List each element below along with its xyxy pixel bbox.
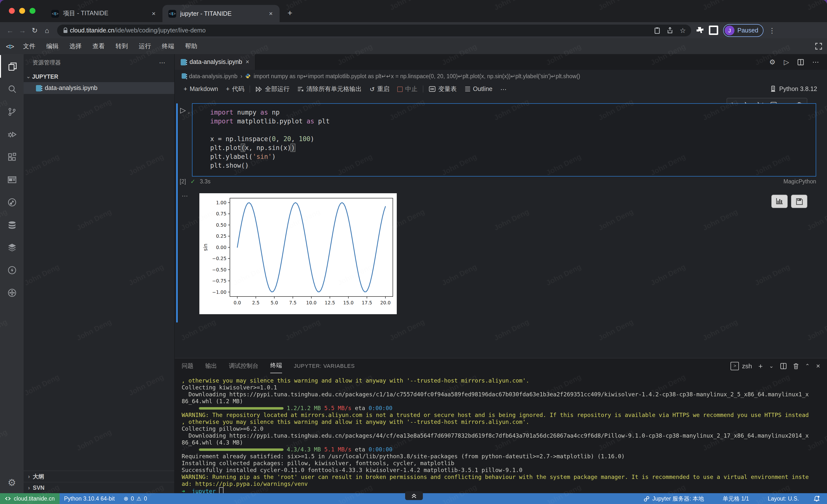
close-panel-icon[interactable]: × — [816, 362, 820, 370]
add-markdown-button[interactable]: + Markdown — [180, 86, 222, 93]
home-icon[interactable]: ⌂ — [41, 26, 53, 34]
close-icon[interactable]: × — [151, 10, 156, 17]
python-version[interactable]: Python 3.10.4 64-bit — [59, 496, 119, 502]
gear-icon[interactable]: ⚙ — [769, 58, 775, 66]
reload-icon[interactable]: ↻ — [29, 26, 41, 34]
activity-docker-layers[interactable] — [0, 236, 23, 259]
sidebar-more-icon[interactable]: ⋯ — [159, 59, 165, 66]
terminal-output[interactable]: , otherwise you may silence this warning… — [175, 373, 827, 493]
tab-jupyter-variables[interactable]: JUPYTER: VARIABLES — [294, 358, 355, 373]
terminal-dropdown-icon[interactable]: ⌄ — [769, 362, 774, 369]
interrupt-button[interactable]: 中止 — [394, 85, 422, 93]
error-icon: ⊗ — [124, 495, 128, 502]
kill-terminal-icon[interactable] — [793, 362, 799, 369]
menu-help[interactable]: 帮助 — [180, 42, 203, 50]
more-actions-icon[interactable]: ⋯ — [812, 58, 819, 66]
output-options-icon[interactable]: ⋯ — [182, 192, 188, 200]
run-all-icon[interactable]: ▷ — [784, 58, 789, 66]
close-icon[interactable]: × — [246, 58, 249, 65]
profile-chip[interactable]: J Paused — [723, 24, 764, 37]
menu-view[interactable]: 查看 — [87, 42, 110, 50]
open-plot-viewer-button[interactable] — [771, 195, 788, 208]
breadcrumb-file[interactable]: data-analysis.ipynb — [189, 73, 238, 79]
cell-language[interactable]: MagicPython — [783, 178, 816, 184]
split-editor-icon[interactable] — [797, 59, 804, 65]
menu-goto[interactable]: 转到 — [110, 42, 133, 50]
restart-button[interactable]: ↺ 重启 — [366, 85, 394, 93]
clipboard-icon[interactable] — [651, 27, 664, 34]
kernel-picker[interactable]: Python 3.8.12 — [770, 86, 822, 93]
share-icon[interactable] — [664, 27, 676, 34]
cell-position[interactable]: 单元格 1/1 — [718, 495, 753, 502]
problems-status[interactable]: ⊗ 0 ⚠ 0 — [119, 495, 152, 502]
run-cell-button[interactable]: ▷ ⌄ — [180, 106, 186, 115]
back-icon[interactable]: ← — [4, 26, 16, 34]
jupyter-server-status[interactable]: Jupyter 服务器: 本地 — [639, 495, 709, 502]
toolbar-more-icon[interactable]: ⋯ — [496, 85, 510, 93]
file-item-notebook[interactable]: data-analysis.ipynb — [23, 82, 174, 94]
code-cell[interactable]: import numpy as npimport matplotlib.pypl… — [192, 103, 816, 176]
side-panel-icon[interactable] — [709, 25, 718, 35]
cross-arrows-icon — [7, 287, 17, 298]
svg-text:15.0: 15.0 — [343, 300, 353, 305]
browser-tab-bar: <t> 项目 - TITANIDE × <t> jupyter - TITANI… — [0, 0, 827, 22]
close-window-button[interactable] — [9, 8, 15, 14]
restore-panel-button[interactable] — [405, 491, 423, 500]
terminal-prompt-icon: > — [731, 361, 739, 370]
browser-menu-icon[interactable]: ⋮ — [769, 26, 776, 34]
notifications-bell-icon[interactable] — [813, 495, 820, 502]
tab-terminal[interactable]: 终端 — [270, 358, 282, 373]
menu-terminal[interactable]: 终端 — [156, 42, 180, 50]
new-tab-button[interactable]: + — [288, 8, 292, 18]
remote-indicator[interactable]: cloud.titanide.cn — [0, 493, 59, 504]
bookmark-star-icon[interactable]: ☆ — [676, 26, 689, 34]
settings-gear-icon[interactable]: ⚙ — [8, 477, 16, 488]
tab-output[interactable]: 输出 — [205, 358, 217, 373]
activity-database[interactable] — [0, 213, 23, 236]
maximize-panel-icon[interactable]: ⌃ — [805, 362, 810, 369]
terminal-line: ➜ jupyter — [182, 487, 823, 493]
circle-branch-icon — [7, 197, 17, 207]
variables-button[interactable]: 变量表 — [425, 85, 461, 93]
minimize-window-button[interactable] — [19, 8, 25, 14]
activity-search[interactable] — [0, 78, 23, 100]
new-terminal-icon[interactable]: + — [758, 361, 763, 370]
extensions-puzzle-icon[interactable] — [696, 26, 704, 34]
activity-thunder-client[interactable] — [0, 259, 23, 281]
add-code-button[interactable]: + 代码 — [222, 85, 248, 93]
sidebar-section-outline[interactable]: › 大纲 — [23, 470, 174, 482]
editor-tab-notebook[interactable]: data-analysis.ipynb × — [175, 54, 256, 70]
activity-live-preview[interactable] — [0, 168, 23, 191]
shell-selector[interactable]: > zsh — [731, 361, 752, 370]
activity-extensions[interactable] — [0, 146, 23, 168]
sidebar-section-svn[interactable]: › SVN — [23, 482, 174, 493]
fullscreen-icon[interactable] — [815, 43, 822, 50]
address-bar[interactable]: cloud.titanide.cn/ide/web/coding/jupyter… — [57, 24, 691, 36]
menu-selection[interactable]: 选择 — [64, 42, 87, 50]
activity-run-debug[interactable] — [0, 123, 23, 146]
run-all-button[interactable]: 全部运行 — [252, 85, 294, 93]
keyboard-layout[interactable]: Layout: U.S. — [763, 496, 804, 502]
svg-text:−0.75: −0.75 — [212, 278, 227, 283]
activity-remote-explorer[interactable] — [0, 281, 23, 304]
menu-edit[interactable]: 编辑 — [41, 42, 64, 50]
activity-source-control[interactable] — [0, 100, 23, 123]
activity-git-lens[interactable] — [0, 191, 23, 213]
tab-problems[interactable]: 问题 — [182, 358, 193, 373]
save-plot-button[interactable] — [791, 195, 807, 208]
clear-outputs-button[interactable]: 清除所有单元格输出 — [294, 85, 366, 93]
activity-explorer[interactable] — [0, 55, 23, 78]
tab-debug-console[interactable]: 调试控制台 — [229, 358, 258, 373]
forward-icon[interactable]: → — [16, 26, 29, 34]
menu-file[interactable]: 文件 — [18, 42, 41, 50]
zoom-window-button[interactable] — [30, 8, 36, 14]
menu-run[interactable]: 运行 — [133, 42, 156, 50]
split-terminal-icon[interactable] — [780, 362, 786, 369]
close-icon[interactable]: × — [268, 10, 274, 17]
sidebar-section-jupyter[interactable]: ⌄ JUPYTER — [23, 71, 174, 82]
outline-button[interactable]: Outline — [461, 86, 496, 93]
breadcrumb-cell-preview[interactable]: import numpy as np↵import matplotlib.pyp… — [254, 72, 580, 79]
browser-tab-project[interactable]: <t> 项目 - TITANIDE × — [45, 5, 162, 22]
double-chevron-up-icon — [411, 493, 417, 498]
browser-tab-jupyter[interactable]: <t> jupyter - TITANIDE × — [162, 5, 280, 22]
